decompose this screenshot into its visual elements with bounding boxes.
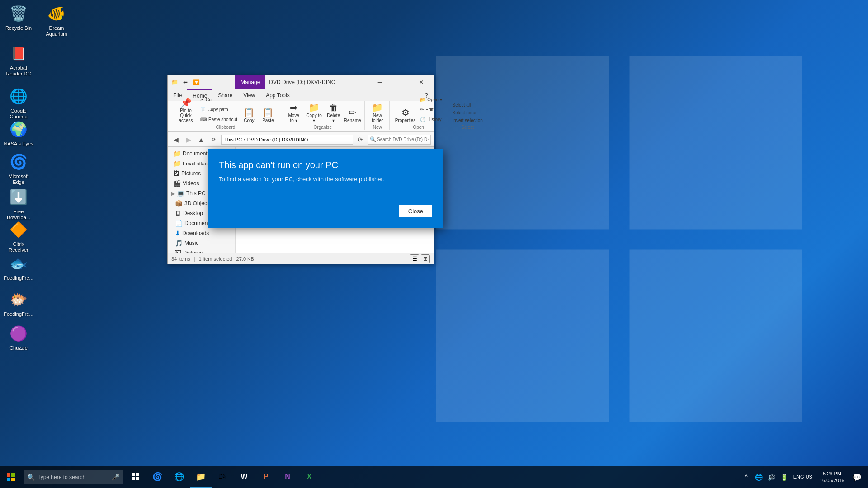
store-taskbar-btn[interactable]: 🛍 [212, 466, 233, 488]
taskbar-search[interactable]: 🔍 🎤 [24, 470, 123, 484]
excel-taskbar-btn[interactable]: X [298, 466, 320, 488]
address-bar: ◀ ▶ ▲ ⟳ This PC › DVD Drive (D:) DKVRDIN… [168, 132, 434, 147]
acrobat-reader-icon[interactable]: 📕 AcrobatReader DC [0, 41, 37, 79]
google-chrome-icon[interactable]: 🌐 GoogleChrome [0, 84, 37, 122]
clipboard-group: 📌 Pin to Quickaccess ✂Cut 📄Copy path ⌨Pa… [171, 101, 280, 130]
svg-rect-11 [136, 477, 139, 480]
nasas-eyes-icon[interactable]: 🌍 NASA's Eyes [0, 117, 37, 149]
chuzzle-icon[interactable]: 🟣 Chuzzle [0, 321, 37, 353]
paste-shortcut-btn[interactable]: ⌨Paste shortcut [198, 115, 239, 124]
customize-btn[interactable]: 🔽 [191, 77, 201, 87]
open-label: Open [413, 125, 424, 130]
delete-btn[interactable]: 🗑 Delete ▾ [325, 102, 343, 124]
address-path[interactable]: This PC › DVD Drive (D:) DKVRDINO [221, 135, 353, 145]
ribbon-content: 📌 Pin to Quickaccess ✂Cut 📄Copy path ⌨Pa… [168, 101, 434, 132]
pin-to-quick-access-btn[interactable]: 📌 Pin to Quickaccess [174, 102, 198, 124]
details-view-btn[interactable]: ☰ [410, 254, 419, 263]
back-btn[interactable]: ◀ [170, 134, 181, 145]
dialog-close-button[interactable]: Close [399, 205, 432, 217]
rename-btn[interactable]: ✏ Rename [344, 102, 362, 124]
items-count: 34 items [171, 256, 190, 262]
dialog-message: To find a version for your PC, check wit… [219, 176, 432, 198]
powerpoint-taskbar-btn[interactable]: P [255, 466, 277, 488]
copy-path-btn[interactable]: 📄Copy path [198, 105, 239, 114]
svg-rect-8 [132, 473, 135, 476]
copy-btn[interactable]: 📋 Copy [240, 102, 258, 124]
edit-btn[interactable]: ✏Edit [418, 105, 443, 114]
quick-access-btn[interactable]: 📁 [170, 77, 179, 87]
sidebar-item-downloads[interactable]: ⬇Downloads [168, 228, 235, 238]
new-folder-btn[interactable]: 📁 Newfolder [368, 102, 387, 124]
taskbar: 🔍 🎤 🌀 🌐 📁 🛍 W P [0, 466, 868, 488]
maximize-button[interactable]: □ [390, 75, 411, 89]
battery-icon[interactable]: 🔋 [779, 472, 790, 483]
recycle-bin-icon[interactable]: 🗑️ Recycle Bin [0, 1, 37, 33]
organise-label: Organise [314, 125, 332, 130]
minimize-button[interactable]: ─ [369, 75, 390, 89]
taskbar-apps: 🌀 🌐 📁 🛍 W P N X [125, 466, 737, 488]
taskbar-search-input[interactable] [38, 474, 105, 480]
search-icon: 🔍 [27, 474, 35, 481]
select-none-btn[interactable]: Select none [451, 109, 485, 116]
task-view-btn[interactable] [125, 466, 146, 488]
search-input[interactable] [377, 137, 429, 142]
title-bar: 📁 ⬅ 🔽 Manage DVD Drive (D:) DKVRDINO ─ □… [168, 75, 434, 89]
up-btn[interactable]: ▲ [196, 134, 207, 145]
app-error-dialog: This app can't run on your PC To find a … [208, 149, 443, 228]
feedingfrenzy2-icon[interactable]: 🐡 FeedingFre... [0, 287, 37, 319]
new-label: New [373, 125, 382, 130]
word-taskbar-btn[interactable]: W [233, 466, 255, 488]
recent-btn[interactable]: ⟳ [208, 134, 219, 145]
svg-rect-1 [630, 56, 803, 230]
manage-tab[interactable]: Manage [235, 75, 265, 89]
volume-icon[interactable]: 🔊 [766, 472, 777, 483]
notification-icon[interactable]: 💬 [850, 466, 864, 488]
forward-btn[interactable]: ▶ [183, 134, 194, 145]
copy-to-btn[interactable]: 📁 Copy to ▾ [304, 102, 323, 124]
select-label: Select [461, 125, 474, 130]
clipboard-label: Clipboard [216, 125, 236, 130]
chrome-taskbar-btn[interactable]: 🌐 [168, 466, 190, 488]
dialog-buttons: Close [219, 205, 432, 217]
selected-info: 1 item selected 27.0 KB [198, 256, 254, 262]
large-icons-view-btn[interactable]: ⊞ [421, 254, 430, 263]
svg-rect-2 [436, 250, 609, 423]
open-group: ⚙ Properties 📂Open ▾ ✏Edit 🕐History Open [391, 101, 447, 130]
sidebar-item-music[interactable]: 🎵Music [168, 238, 235, 248]
dialog-title: This app can't run on your PC [219, 160, 432, 170]
start-button[interactable] [0, 466, 22, 488]
selected-count: | [194, 256, 195, 262]
taskbar-clock[interactable]: 5:26 PM 16/05/2019 [816, 470, 848, 484]
refresh-btn[interactable]: ⟳ [355, 134, 366, 145]
search-box[interactable]: 🔍 [368, 135, 431, 145]
citrix-icon[interactable]: 🔶 CitrixReceiver [0, 217, 37, 255]
sidebar-item-pictures2[interactable]: 🖼Pictures [168, 248, 235, 253]
close-button[interactable]: ✕ [411, 75, 432, 89]
file-explorer-taskbar-btn[interactable]: 📁 [190, 466, 212, 488]
up-arrow-icon[interactable]: ^ [741, 472, 752, 483]
invert-selection-btn[interactable]: Invert selection [451, 117, 485, 124]
move-to-btn[interactable]: ➡ Move to ▾ [284, 102, 303, 124]
onenote-taskbar-btn[interactable]: N [277, 466, 298, 488]
svg-rect-9 [136, 473, 139, 476]
windows-logo-decoration [416, 36, 823, 443]
microsoft-edge-icon[interactable]: 🌀 MicrosoftEdge [0, 149, 37, 187]
organise-group: ➡ Move to ▾ 📁 Copy to ▾ 🗑 Delete ▾ ✏ Ren… [281, 101, 365, 130]
feedingfrenzy1-icon[interactable]: 🐟 FeedingFre... [0, 251, 37, 283]
cut-btn[interactable]: ✂Cut [198, 95, 239, 104]
svg-rect-10 [132, 477, 135, 480]
properties-btn[interactable]: ⚙ Properties [393, 102, 418, 124]
svg-rect-4 [7, 473, 10, 477]
network-icon[interactable]: 🌐 [754, 472, 764, 483]
dream-aquarium-icon[interactable]: 🐠 DreamAquarium [38, 1, 75, 39]
select-all-btn[interactable]: Select all [451, 102, 485, 108]
history-btn[interactable]: 🕐History [418, 115, 443, 124]
select-group: Select all Select none Invert selection … [448, 101, 487, 130]
microphone-icon: 🎤 [112, 474, 119, 481]
edge-taskbar-btn[interactable]: 🌀 [146, 466, 168, 488]
prev-locations-btn[interactable]: ⬅ [180, 77, 190, 87]
svg-rect-5 [11, 473, 15, 477]
paste-btn[interactable]: 📋 Paste [259, 102, 277, 124]
open-btn[interactable]: 📂Open ▾ [418, 95, 443, 104]
status-bar: 34 items | 1 item selected 27.0 KB ☰ ⊞ [168, 253, 434, 264]
